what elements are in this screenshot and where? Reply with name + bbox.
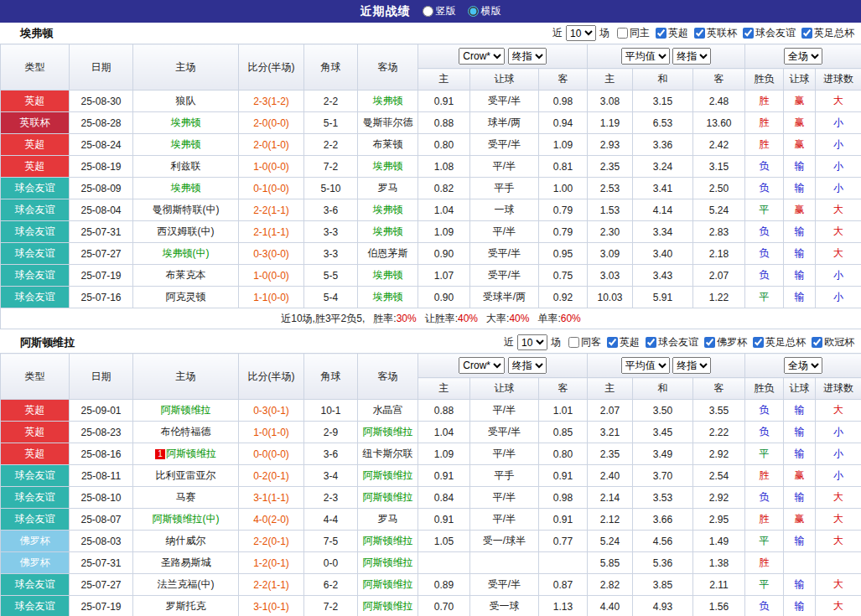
away-team[interactable]: 罗马 [358, 509, 418, 531]
home-team[interactable]: 利兹联 [133, 156, 239, 178]
home-team[interactable]: 1阿斯顿维拉 [133, 443, 239, 465]
away-team[interactable]: 埃弗顿 [358, 199, 418, 221]
home-team-name[interactable]: 布伦特福德 [161, 426, 211, 437]
away-team-name[interactable]: 纽卡斯尔联 [363, 448, 413, 459]
home-team[interactable]: 阿克灵顿 [133, 287, 239, 308]
home-team-name[interactable]: 比利亚雷亚尔 [156, 469, 216, 481]
league-filter[interactable]: 球会友谊 [737, 26, 796, 40]
away-team[interactable]: 埃弗顿 [358, 265, 418, 287]
home-team[interactable]: 埃弗顿(中) [133, 243, 239, 265]
home-team[interactable]: 埃弗顿 [133, 178, 239, 199]
match-score[interactable]: 1-0(0-0) [239, 265, 304, 287]
away-team[interactable]: 阿斯顿维拉 [358, 531, 418, 552]
match-score[interactable]: 2-0(0-0) [239, 112, 304, 134]
away-team[interactable]: 阿斯顿维拉 [358, 574, 418, 596]
league-filter-checkbox[interactable] [607, 337, 618, 348]
away-team-name[interactable]: 埃弗顿 [373, 204, 403, 215]
home-team[interactable]: 阿斯顿维拉 [133, 400, 239, 422]
match-score[interactable]: 0-3(0-1) [239, 400, 304, 422]
league-filter[interactable]: 同主 [611, 26, 650, 40]
league-filter[interactable]: 英足总杯 [796, 26, 854, 40]
match-score[interactable]: 2-2(1-1) [239, 199, 304, 221]
league-filter-checkbox[interactable] [656, 28, 666, 39]
away-team[interactable]: 水晶宫 [358, 400, 418, 422]
layout-radio-horizontal[interactable]: 横版 [468, 4, 501, 18]
away-team-name[interactable]: 阿斯顿维拉 [363, 600, 413, 612]
home-team-name[interactable]: 曼彻斯特联(中) [153, 204, 220, 215]
avg-stage-select[interactable]: 终指 [672, 357, 711, 374]
league-filter-checkbox[interactable] [694, 28, 705, 39]
home-team-name[interactable]: 利兹联 [171, 160, 201, 172]
league-filter[interactable]: 欧冠杯 [806, 335, 854, 349]
away-team-name[interactable]: 埃弗顿 [373, 269, 403, 281]
home-team[interactable]: 西汉姆联(中) [133, 221, 239, 243]
away-team[interactable]: 埃弗顿 [358, 287, 418, 308]
away-team-name[interactable]: 阿斯顿维拉 [363, 578, 413, 590]
layout-radio-vertical[interactable]: 竖版 [423, 4, 456, 18]
away-team[interactable]: 埃弗顿 [358, 91, 418, 112]
away-team-name[interactable]: 埃弗顿 [373, 95, 403, 106]
match-score[interactable]: 0-3(0-0) [239, 243, 304, 265]
home-team-name[interactable]: 埃弗顿 [171, 138, 201, 150]
away-team-name[interactable]: 阿斯顿维拉 [363, 556, 413, 568]
league-filter[interactable]: 同客 [563, 335, 601, 349]
match-score[interactable]: 1-1(0-0) [239, 287, 304, 308]
home-team[interactable]: 比利亚雷亚尔 [133, 465, 239, 487]
match-score[interactable]: 2-3(1-2) [239, 91, 304, 112]
home-team-name[interactable]: 阿斯顿维拉 [166, 448, 216, 459]
home-team-name[interactable]: 埃弗顿 [171, 182, 201, 194]
home-team[interactable]: 曼彻斯特联(中) [133, 199, 239, 221]
away-team[interactable]: 布莱顿 [358, 134, 418, 156]
away-team-name[interactable]: 阿斯顿维拉 [363, 426, 413, 437]
away-team-name[interactable]: 埃弗顿 [373, 160, 403, 172]
home-team[interactable]: 罗斯托克 [133, 596, 239, 616]
match-score[interactable]: 4-0(2-0) [239, 509, 304, 531]
home-team[interactable]: 埃弗顿 [133, 134, 239, 156]
home-team[interactable]: 布伦特福德 [133, 422, 239, 443]
match-score[interactable]: 0-0(0-0) [239, 443, 304, 465]
match-score[interactable]: 2-2(0-1) [239, 531, 304, 552]
bookmaker-select[interactable]: Crow* [459, 48, 505, 65]
league-filter-checkbox[interactable] [753, 337, 764, 348]
home-team-name[interactable]: 埃弗顿(中) [163, 247, 210, 259]
match-score[interactable]: 1-0(0-0) [239, 156, 304, 178]
league-filter[interactable]: 英足总杯 [747, 335, 806, 349]
home-team-name[interactable]: 圣路易斯城 [161, 556, 211, 568]
away-team-name[interactable]: 罗马 [378, 182, 398, 194]
home-team[interactable]: 圣路易斯城 [133, 552, 239, 574]
match-score[interactable]: 1-0(1-0) [239, 422, 304, 443]
away-team[interactable]: 纽卡斯尔联 [358, 443, 418, 465]
avg-stage-select[interactable]: 终指 [672, 48, 711, 65]
horizontal-radio-input[interactable] [468, 6, 479, 17]
away-team-name[interactable]: 埃弗顿 [373, 225, 403, 237]
away-team[interactable]: 伯恩茅斯 [358, 243, 418, 265]
league-filter-checkbox[interactable] [704, 337, 715, 348]
home-team-name[interactable]: 布莱克本 [166, 269, 206, 281]
home-team-name[interactable]: 狼队 [176, 95, 196, 106]
home-team-name[interactable]: 阿克灵顿 [166, 291, 206, 303]
home-team-name[interactable]: 法兰克福(中) [158, 578, 215, 590]
league-filter[interactable]: 球会友谊 [640, 335, 698, 349]
home-team-name[interactable]: 阿斯顿维拉(中) [153, 513, 220, 525]
away-team[interactable]: 埃弗顿 [358, 156, 418, 178]
away-team[interactable]: 阿斯顿维拉 [358, 487, 418, 509]
home-team[interactable]: 狼队 [133, 91, 239, 112]
away-team-name[interactable]: 埃弗顿 [373, 291, 403, 303]
league-filter-checkbox[interactable] [812, 337, 822, 348]
home-team-name[interactable]: 阿斯顿维拉 [161, 404, 211, 416]
away-team-name[interactable]: 罗马 [378, 513, 398, 525]
away-team[interactable]: 阿斯顿维拉 [358, 465, 418, 487]
away-team[interactable]: 曼斯菲尔德 [358, 112, 418, 134]
match-score[interactable]: 2-2(1-1) [239, 574, 304, 596]
league-filter[interactable]: 英超 [601, 335, 640, 349]
home-team-name[interactable]: 西汉姆联(中) [158, 225, 215, 237]
away-team[interactable]: 罗马 [358, 178, 418, 199]
home-team-name[interactable]: 马赛 [176, 491, 196, 503]
home-team[interactable]: 马赛 [133, 487, 239, 509]
home-team-name[interactable]: 埃弗顿 [171, 116, 201, 128]
away-team[interactable]: 埃弗顿 [358, 221, 418, 243]
match-score[interactable]: 2-0(1-0) [239, 134, 304, 156]
scope-select[interactable]: 全场 [784, 357, 822, 374]
away-team-name[interactable]: 阿斯顿维拉 [363, 469, 413, 481]
home-team[interactable]: 纳什威尔 [133, 531, 239, 552]
